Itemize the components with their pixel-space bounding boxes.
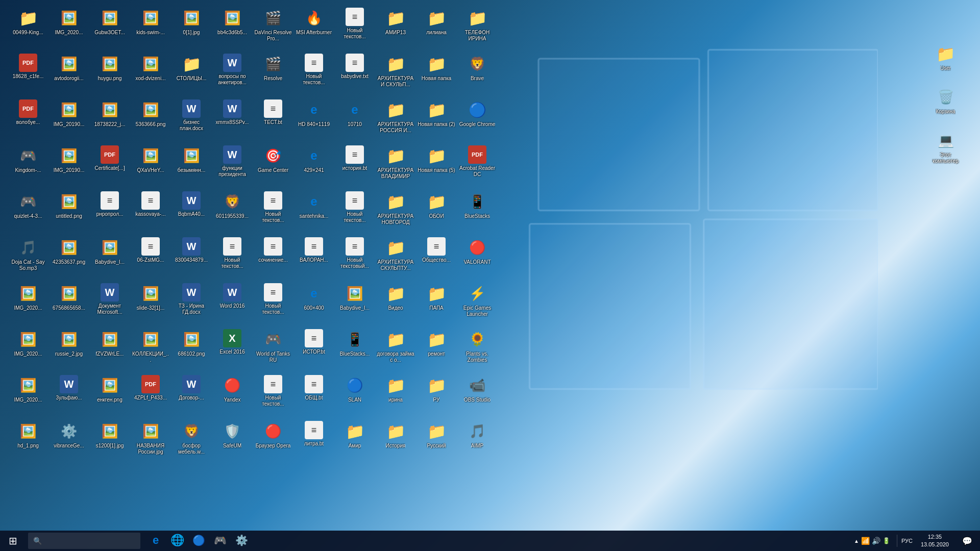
desktop-icon-i24[interactable]: PDFволобуе... [8, 97, 48, 142]
desktop-icon-i92[interactable]: 📱BlueStacks... [334, 327, 375, 371]
desktop-icon-i58[interactable]: 📁ОБОИ [416, 189, 457, 234]
desktop-icon-i7[interactable]: 🔥MSI Afterburner [293, 5, 334, 50]
desktop-icon-i75[interactable]: 🖼️slide-32[1]... [130, 281, 171, 325]
desktop-icon-i25[interactable]: 🖼️IMG_20190... [48, 97, 89, 142]
desktop-icon-i55[interactable]: esantehnika... [293, 189, 334, 234]
desktop-icon-i119[interactable]: 🎵AIMP [457, 418, 498, 463]
desktop-icon-i18[interactable]: 🎬Resolve [253, 51, 293, 96]
desktop-icon-i57[interactable]: 📁АРХИТЕКТУРА НОВГОРОД [375, 189, 416, 234]
desktop-icon-i60[interactable]: 🎵Doja Cat - Say So.mp3 [8, 235, 48, 280]
desktop-icon-i88[interactable]: 🖼️686102.png [171, 327, 212, 371]
desktop-icon-i19[interactable]: ≡Новый текстов... [293, 51, 334, 96]
taskbar-ie[interactable]: 🌐 [167, 531, 187, 551]
desktop-icon-i82[interactable]: 📁ПАПА [416, 281, 457, 325]
desktop-icon-i74[interactable]: WДокумент Microsoft... [89, 281, 130, 325]
desktop-icon-i9[interactable]: 📁АМИР13 [375, 5, 416, 50]
desktop-icon-i86[interactable]: 🖼️fZVZWrLE... [89, 327, 130, 371]
desktop-icon-i5[interactable]: 🖼️bb4c3d6b5... [212, 5, 253, 50]
desktop-icon-i76[interactable]: WТЗ - Ирина ГД.docx [171, 281, 212, 325]
desktop-icon-i59[interactable]: 📱BlueStacks [457, 189, 498, 234]
desktop-icon-i105[interactable]: 📁ирина [375, 372, 416, 417]
desktop-icon-i73[interactable]: 🖼️6756865658... [48, 281, 89, 325]
desktop-icon-i85[interactable]: 🖼️russie_2.jpg [48, 327, 89, 371]
desktop-icon-i78[interactable]: ≡Новый текстов... [253, 281, 293, 325]
desktop-icon-i104[interactable]: 🔵SLAN [334, 372, 375, 417]
desktop-icon-i91[interactable]: ≡ИСТОР.bt [293, 327, 334, 371]
taskbar-edge[interactable]: e [145, 531, 166, 551]
tray-arrow[interactable]: ▲ [854, 538, 859, 544]
desktop-icon-i26[interactable]: 🖼️18738222_j... [89, 97, 130, 142]
desktop-icon-i33[interactable]: 📁АРХИТЕКТУРА РОССИЯ И... [375, 97, 416, 142]
desktop-icon-r2[interactable]: 💻Этот компьютер [926, 128, 965, 168]
desktop-icon-i94[interactable]: 📁ремонт [416, 327, 457, 371]
desktop-icon-i15[interactable]: 🖼️xod-dvizeni... [130, 51, 171, 96]
taskbar-steam[interactable]: 🎮 [210, 531, 230, 551]
desktop-icon-i17[interactable]: Wвопросы по анкетиров... [212, 51, 253, 96]
desktop-icon-i118[interactable]: 📁Русский [416, 418, 457, 463]
desktop-icon-i39[interactable]: 🖼️QXaVHeY... [130, 143, 171, 188]
system-clock[interactable]: 12:35 13.05.2020 [917, 533, 953, 549]
start-button[interactable]: ⊞ [0, 531, 26, 551]
desktop-icon-i99[interactable]: PDF4ZPLf_P433... [130, 372, 171, 417]
desktop-icon-i113[interactable]: 🛡️SafeUM [212, 418, 253, 463]
desktop-icon-i63[interactable]: ≡06-ZstMG... [130, 235, 171, 280]
desktop-icon-i97[interactable]: W3ульфаю... [48, 372, 89, 417]
desktop-icon-i14[interactable]: 🖼️huygu.png [89, 51, 130, 96]
desktop-icon-i110[interactable]: 🖼️s1200[1].jpg [89, 418, 130, 463]
desktop-icon-i62[interactable]: 🖼️Babydive_I... [89, 235, 130, 280]
desktop-icon-i47[interactable]: PDFAcrobat Reader DC [457, 143, 498, 188]
desktop-icon-i50[interactable]: ≡рнропрол... [89, 189, 130, 234]
desktop-icon-i29[interactable]: Wxmmx8SSPv... [212, 97, 253, 142]
desktop-icon-i45[interactable]: 📁АРХИТЕКТУРА ВЛАДИМИР [375, 143, 416, 188]
taskbar-settings[interactable]: ⚙️ [231, 531, 252, 551]
desktop-icon-i64[interactable]: W8300434879... [171, 235, 212, 280]
desktop-icon-i2[interactable]: 🖼️Gubw3OET... [89, 5, 130, 50]
desktop-icon-i51[interactable]: ≡kassovaya-... [130, 189, 171, 234]
taskbar-chrome[interactable]: 🔵 [188, 531, 209, 551]
desktop-icon-i35[interactable]: 🔵Google Chrome [457, 97, 498, 142]
desktop-icon-i67[interactable]: ≡ВАЛОРАН... [293, 235, 334, 280]
desktop-icon-i114[interactable]: 🔴Браузер Opera [253, 418, 293, 463]
desktop-icon-i79[interactable]: e600×400 [293, 281, 334, 325]
desktop-icon-i117[interactable]: 📁История [375, 418, 416, 463]
desktop-icon-i77[interactable]: WWord 2016 [212, 281, 253, 325]
desktop-icon-i40[interactable]: 🖼️безымянн... [171, 143, 212, 188]
desktop-icon-i4[interactable]: 🖼️0[1].jpg [171, 5, 212, 50]
desktop-icon-i52[interactable]: WBqbmA40... [171, 189, 212, 234]
desktop-icon-i49[interactable]: 🖼️untitled.png [48, 189, 89, 234]
desktop-icon-i11[interactable]: 📁ТЕЛЕФОН ИРИНА [457, 5, 498, 50]
desktop-icon-i22[interactable]: 📁Новая папка [416, 51, 457, 96]
desktop-icon-i8[interactable]: ≡Новый текстов... [334, 5, 375, 50]
desktop-icon-i65[interactable]: ≡Новый текстов... [212, 235, 253, 280]
desktop-icon-i107[interactable]: 📹OBS Studio [457, 372, 498, 417]
desktop-icon-i71[interactable]: 🔴VALORANT [457, 235, 498, 280]
desktop-icon-i41[interactable]: Wфункции президента [212, 143, 253, 188]
desktop-icon-i101[interactable]: 🔴Yandex [212, 372, 253, 417]
desktop-icon-i16[interactable]: 📁СТОЛИЦЫ... [171, 51, 212, 96]
desktop-icon-i54[interactable]: ≡Новый текстов... [253, 189, 293, 234]
desktop-icon-i56[interactable]: ≡Новый текстов... [334, 189, 375, 234]
desktop-icon-i37[interactable]: 🖼️IMG_20190... [48, 143, 89, 188]
desktop-icon-i109[interactable]: ⚙️vibranceGe... [48, 418, 89, 463]
desktop-icon-i93[interactable]: 📁договора займа с о... [375, 327, 416, 371]
desktop-icon-i80[interactable]: 🖼️Babydive_I... [334, 281, 375, 325]
desktop-icon-i111[interactable]: 🖼️НАЗВАНИЯ России.jpg [130, 418, 171, 463]
desktop-icon-r1[interactable]: 🗑️Корзина [926, 84, 965, 125]
desktop-icon-i83[interactable]: ⚡Epic Games Launcher [457, 281, 498, 325]
desktop-icon-i96[interactable]: 🖼️IMG_2020... [8, 372, 48, 417]
desktop-icon-i100[interactable]: WДоговор-... [171, 372, 212, 417]
desktop-icon-i0[interactable]: 📁00499-King... [8, 5, 48, 50]
desktop-icon-i103[interactable]: ≡ОБЩ.bt [293, 372, 334, 417]
desktop-icon-i34[interactable]: 📁Новая папка (2) [416, 97, 457, 142]
desktop-icon-i31[interactable]: eHD 840×1119 [293, 97, 334, 142]
desktop-icon-i32[interactable]: e10710 [334, 97, 375, 142]
desktop-icon-i84[interactable]: 🖼️IMG_2020... [8, 327, 48, 371]
desktop-icon-i43[interactable]: e429×241 [293, 143, 334, 188]
desktop-icon-i21[interactable]: 📁АРХИТЕКТУРА И СКУЛЬП... [375, 51, 416, 96]
desktop-icon-i115[interactable]: ≡литра.bt [293, 418, 334, 463]
desktop-icon-i87[interactable]: 🖼️КОЛЛЕКЦИИ_... [130, 327, 171, 371]
taskbar-search[interactable]: 🔍 [28, 533, 140, 549]
desktop-icon-i89[interactable]: XExcel 2016 [212, 327, 253, 371]
desktop-icon-i81[interactable]: 📁Видео [375, 281, 416, 325]
desktop-icon-i68[interactable]: ≡Новый текстовый... [334, 235, 375, 280]
